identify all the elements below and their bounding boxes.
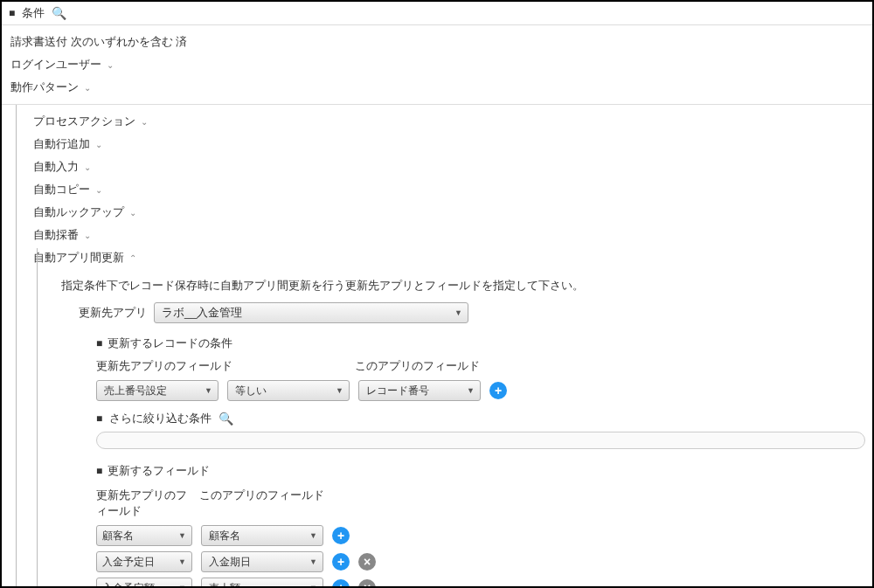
target-app-select[interactable]: ラボ__入金管理 xyxy=(154,302,468,323)
chevron-down-icon: ⌄ xyxy=(95,140,102,149)
add-mapping-button[interactable]: + xyxy=(332,579,350,588)
tree-label: プロセスアクション xyxy=(33,114,135,129)
mapping-source-value: 売上額 xyxy=(209,581,240,589)
field-header-this: このアプリのフィールド xyxy=(199,488,324,519)
cond-target-field-select[interactable]: 売上番号設定 xyxy=(96,380,218,401)
mapping-source-select[interactable]: 入金期日 xyxy=(201,551,323,572)
tree-guide-line xyxy=(16,105,17,588)
tree-auto-app-update[interactable]: 自動アプリ間更新 ⌃ xyxy=(16,246,872,269)
tree-auto-copy[interactable]: 自動コピー ⌄ xyxy=(16,178,872,201)
search-icon[interactable]: 🔍 xyxy=(52,6,66,20)
filter-text: 請求書送付 次のいずれかを含む 済 xyxy=(10,34,187,50)
section-marker-icon: ■ xyxy=(96,337,102,349)
cond-this-field-select[interactable]: レコード番号 xyxy=(358,380,481,401)
mapping-row: 入金予定日入金期日+× xyxy=(96,549,872,575)
add-mapping-button[interactable]: + xyxy=(332,527,350,544)
tree-guide-line-2 xyxy=(37,248,38,588)
target-field-header: 更新先アプリのフィールド xyxy=(96,358,348,374)
tree-auto-input[interactable]: 自動入力 ⌄ xyxy=(16,156,872,178)
target-app-label: 更新先アプリ xyxy=(79,305,147,321)
chevron-down-icon: ⌄ xyxy=(84,231,91,240)
tree-process-action[interactable]: プロセスアクション ⌄ xyxy=(16,110,872,133)
delete-mapping-button[interactable]: × xyxy=(358,579,376,588)
search-icon[interactable]: 🔍 xyxy=(218,412,233,425)
filter-line-1[interactable]: 請求書送付 次のいずれかを含む 済 xyxy=(10,31,864,53)
target-app-value: ラボ__入金管理 xyxy=(162,305,242,321)
mapping-source-select[interactable]: 顧客名 xyxy=(201,525,323,546)
mapping-target-value: 入金予定額 xyxy=(102,581,155,589)
tree-label: 自動行追加 xyxy=(33,136,90,152)
mapping-target-value: 顧客名 xyxy=(102,529,134,543)
chevron-down-icon: ⌄ xyxy=(141,117,148,127)
mapping-source-select[interactable]: 売上額 xyxy=(201,578,323,588)
tree-label: 自動ルックアップ xyxy=(33,204,124,220)
tree-label: 自動採番 xyxy=(33,227,79,243)
record-condition-title: 更新するレコードの条件 xyxy=(108,336,232,351)
mapping-target-select[interactable]: 顧客名 xyxy=(96,525,192,546)
cond-op-value: 等しい xyxy=(235,384,267,398)
chevron-down-icon: ⌄ xyxy=(129,208,136,218)
section-marker-icon: ■ xyxy=(96,465,102,477)
more-filter-label: さらに絞り込む条件 xyxy=(109,411,212,426)
filter-login-user[interactable]: ログインユーザー ⌄ xyxy=(10,53,864,76)
filter-behavior-pattern[interactable]: 動作パターン ⌄ xyxy=(10,76,864,99)
tree-auto-lookup[interactable]: 自動ルックアップ ⌄ xyxy=(16,201,872,224)
mapping-source-value: 顧客名 xyxy=(209,529,240,543)
tree-auto-row-add[interactable]: 自動行追加 ⌄ xyxy=(16,133,872,156)
delete-mapping-button[interactable]: × xyxy=(358,553,376,571)
chevron-up-icon: ⌃ xyxy=(129,253,136,263)
tree-label: 自動アプリ間更新 xyxy=(33,250,124,266)
cond-value: レコード番号 xyxy=(366,384,429,398)
section-marker-icon: ■ xyxy=(9,7,15,19)
filter-input[interactable] xyxy=(96,432,865,449)
cond-field-value: 売上番号設定 xyxy=(104,384,167,398)
add-condition-button[interactable]: + xyxy=(489,382,507,399)
mapping-row: 顧客名顧客名+ xyxy=(96,522,872,549)
filter-login-label: ログインユーザー xyxy=(10,57,101,73)
section-marker-icon: ■ xyxy=(96,412,102,425)
chevron-down-icon: ⌄ xyxy=(107,60,114,70)
mapping-target-value: 入金予定日 xyxy=(102,555,155,570)
header-title: 条件 xyxy=(22,5,45,21)
tree-label: 自動入力 xyxy=(33,159,79,175)
mapping-source-value: 入金期日 xyxy=(209,555,251,570)
this-field-header: このアプリのフィールド xyxy=(355,358,480,374)
tree-auto-number[interactable]: 自動採番 ⌄ xyxy=(16,224,872,246)
add-mapping-button[interactable]: + xyxy=(332,553,350,571)
chevron-down-icon: ⌄ xyxy=(84,163,91,172)
instruction-text: 指定条件下でレコード保存時に自動アプリ間更新を行う更新先アプリとフィールドを指定… xyxy=(61,273,872,299)
tree-label: 自動コピー xyxy=(33,182,90,197)
update-fields-title: 更新するフィールド xyxy=(108,463,210,479)
chevron-down-icon: ⌄ xyxy=(84,83,91,93)
chevron-down-icon: ⌄ xyxy=(95,185,102,195)
mapping-target-select[interactable]: 入金予定日 xyxy=(96,551,192,572)
field-header-target: 更新先アプリのフィールド xyxy=(96,488,192,519)
filter-behavior-label: 動作パターン xyxy=(10,80,79,95)
mapping-target-select[interactable]: 入金予定額 xyxy=(96,578,192,588)
cond-operator-select[interactable]: 等しい xyxy=(227,380,350,401)
mapping-row: 入金予定額売上額+× xyxy=(96,575,872,588)
